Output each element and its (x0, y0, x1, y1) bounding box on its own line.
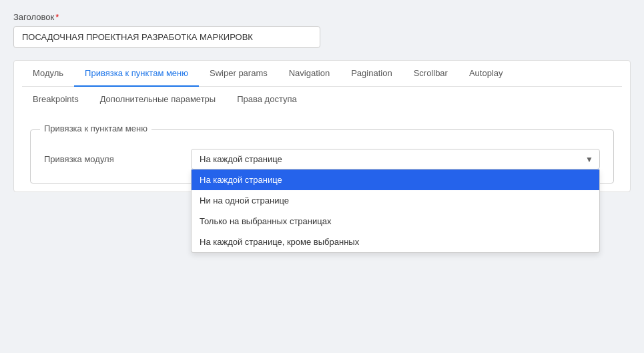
title-label: Заголовок* (13, 12, 631, 22)
dropdown-item-selected-pages[interactable]: Только на выбранных страницах (192, 211, 599, 232)
select-wrapper: На каждой странице ▼ На каждой странице … (191, 149, 600, 169)
page-wrapper: Заголовок* Модуль Привязка к пунктам мен… (0, 0, 644, 353)
title-input[interactable] (13, 26, 320, 48)
dropdown-item-no-page[interactable]: Ни на одной странице (192, 190, 599, 211)
tab-autoplay[interactable]: Autoplay (458, 61, 514, 87)
dropdown-item-every-page[interactable]: На каждой странице (192, 169, 599, 190)
section-box: Привязка к пунктам меню Привязка модуля … (30, 129, 614, 184)
tabs-container: Модуль Привязка к пунктам меню Swiper pa… (13, 60, 631, 192)
content-area: Привязка к пунктам меню Привязка модуля … (22, 112, 622, 192)
title-field-wrapper: Заголовок* (13, 12, 631, 60)
form-label-binding: Привязка модуля (44, 149, 191, 164)
select-display[interactable]: На каждой странице (191, 149, 600, 169)
form-row-binding: Привязка модуля На каждой странице ▼ На … (44, 149, 600, 169)
tab-navigation[interactable]: Navigation (278, 61, 340, 87)
tab-menu-binding[interactable]: Привязка к пунктам меню (74, 61, 199, 87)
section-title: Привязка к пунктам меню (40, 123, 151, 133)
tabs-row-2: Breakpoints Дополнительные параметры Пра… (22, 87, 622, 112)
tabs-row-1: Модуль Привязка к пунктам меню Swiper pa… (22, 61, 622, 87)
tab-scrollbar[interactable]: Scrollbar (403, 61, 458, 87)
dropdown-menu: На каждой странице Ни на одной странице … (191, 169, 600, 253)
dropdown-item-except-selected[interactable]: На каждой странице, кроме выбранных (192, 232, 599, 252)
tab-swiper-params[interactable]: Swiper params (199, 61, 278, 87)
tab-additional-params[interactable]: Дополнительные параметры (89, 87, 227, 113)
tab-module[interactable]: Модуль (22, 61, 74, 87)
tab-pagination[interactable]: Pagination (340, 61, 402, 87)
select-current-value: На каждой странице (200, 154, 282, 164)
tab-access-rights[interactable]: Права доступа (226, 87, 308, 113)
tab-breakpoints[interactable]: Breakpoints (22, 87, 89, 113)
